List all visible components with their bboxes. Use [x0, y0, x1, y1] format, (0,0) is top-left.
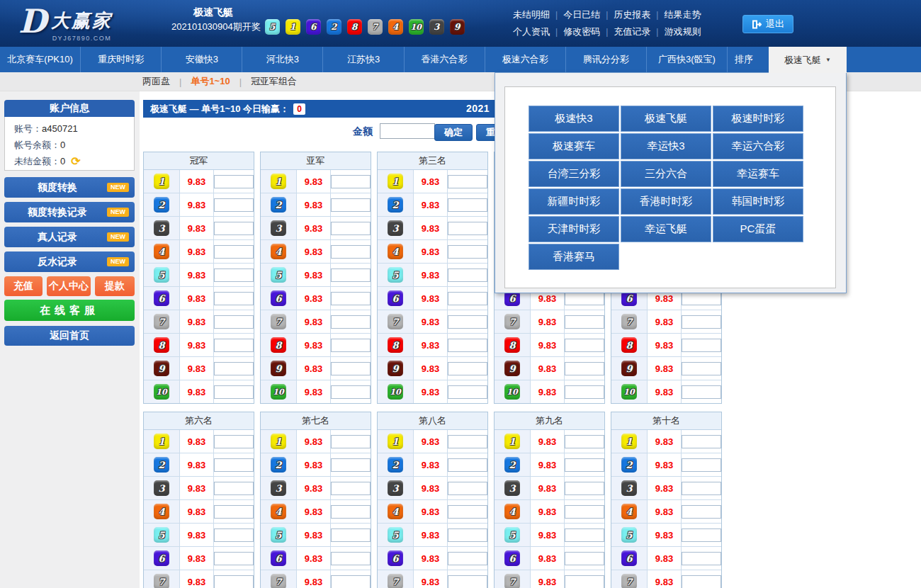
bet-amount-input[interactable] — [448, 339, 487, 352]
top-menu-item[interactable]: 历史报表 — [608, 9, 656, 21]
bet-amount-input[interactable] — [214, 175, 254, 188]
bet-amount-input[interactable] — [448, 222, 487, 235]
bet-amount-input[interactable] — [565, 385, 604, 399]
dropdown-game-button[interactable]: 三分六合 — [621, 161, 711, 187]
subnav-item[interactable]: 两面盘 — [142, 75, 170, 88]
bet-amount-input[interactable] — [331, 362, 371, 375]
bet-amount-input[interactable] — [214, 245, 254, 259]
dropdown-game-button[interactable]: 新疆时时彩 — [529, 188, 619, 215]
dropdown-game-button[interactable]: 极速赛车 — [529, 133, 619, 159]
bet-amount-input[interactable] — [448, 198, 487, 212]
sidebar-action-button[interactable]: 提款 — [95, 276, 135, 296]
bet-amount-input[interactable] — [682, 292, 721, 305]
nav-tab[interactable]: 江苏快3 — [322, 47, 403, 72]
bet-amount-input[interactable] — [682, 339, 721, 352]
dropdown-game-button[interactable]: 天津时时彩 — [529, 216, 619, 242]
sidebar-menu-button[interactable]: 额度转换记录NEW — [4, 202, 135, 222]
logout-button[interactable]: 退出 — [742, 15, 793, 33]
bet-amount-input[interactable] — [331, 222, 371, 235]
bet-amount-input[interactable] — [448, 458, 487, 472]
dropdown-game-button[interactable]: 幸运六合彩 — [713, 133, 803, 159]
nav-tab[interactable]: 重庆时时彩 — [80, 47, 161, 72]
bet-amount-input[interactable] — [448, 315, 487, 329]
bet-amount-input[interactable] — [448, 505, 487, 519]
bet-amount-input[interactable] — [565, 505, 604, 519]
top-menu-item[interactable]: 游戏规则 — [658, 26, 706, 38]
bet-amount-input[interactable] — [214, 482, 254, 495]
bet-amount-input[interactable] — [331, 268, 371, 282]
bet-amount-input[interactable] — [331, 315, 371, 329]
bet-amount-input[interactable] — [565, 292, 604, 305]
bet-amount-input[interactable] — [682, 385, 721, 399]
sidebar-action-button[interactable]: 个人中心 — [47, 276, 91, 296]
bet-amount-input[interactable] — [331, 575, 371, 588]
top-menu-item[interactable]: 个人资讯 — [507, 26, 555, 38]
top-menu-item[interactable]: 未结明细 — [507, 9, 555, 21]
bet-amount-input[interactable] — [448, 268, 487, 282]
dropdown-game-button[interactable]: 幸运快3 — [621, 133, 711, 159]
bet-amount-input[interactable] — [331, 175, 371, 188]
bet-amount-input[interactable] — [331, 385, 371, 399]
bet-amount-input[interactable] — [448, 482, 487, 495]
dropdown-game-button[interactable]: 香港时时彩 — [621, 188, 711, 215]
confirm-button[interactable]: 确定 — [434, 124, 473, 141]
dropdown-game-button[interactable]: 极速飞艇 — [621, 106, 711, 132]
top-menu-item[interactable]: 充值记录 — [608, 26, 656, 38]
nav-tab[interactable]: 北京赛车(PK10) — [0, 47, 80, 72]
amount-input[interactable] — [380, 123, 435, 139]
nav-tab[interactable]: 极速六合彩 — [485, 47, 565, 72]
dropdown-game-button[interactable]: PC蛋蛋 — [713, 216, 803, 242]
bet-amount-input[interactable] — [565, 528, 604, 542]
subnav-item[interactable]: 冠亚军组合 — [251, 75, 297, 88]
bet-amount-input[interactable] — [448, 435, 487, 448]
bet-amount-input[interactable] — [565, 458, 604, 472]
nav-tab-clipped[interactable]: 排序 — [727, 47, 769, 72]
bet-amount-input[interactable] — [682, 552, 721, 565]
subnav-item[interactable]: 单号1~10 — [191, 75, 230, 88]
bet-amount-input[interactable] — [331, 292, 371, 305]
bet-amount-input[interactable] — [565, 315, 604, 329]
bet-amount-input[interactable] — [565, 435, 604, 448]
bet-amount-input[interactable] — [331, 528, 371, 542]
sidebar-menu-button[interactable]: 真人记录NEW — [4, 227, 135, 247]
bet-amount-input[interactable] — [682, 362, 721, 375]
bet-amount-input[interactable] — [331, 482, 371, 495]
bet-amount-input[interactable] — [331, 245, 371, 259]
bet-amount-input[interactable] — [565, 482, 604, 495]
refresh-icon[interactable]: ⟳ — [71, 157, 80, 166]
sidebar-menu-button[interactable]: 反水记录NEW — [4, 251, 135, 272]
nav-tab[interactable]: 广西快3(骰宝) — [646, 47, 727, 72]
dropdown-game-button[interactable]: 幸运赛车 — [713, 161, 803, 187]
nav-tab-active[interactable]: 极速飞艇 ▼ — [769, 47, 847, 73]
bet-amount-input[interactable] — [682, 435, 721, 448]
bet-amount-input[interactable] — [448, 552, 487, 565]
bet-amount-input[interactable] — [214, 268, 254, 282]
bet-amount-input[interactable] — [448, 385, 487, 399]
dropdown-game-button[interactable]: 极速时时彩 — [713, 106, 803, 132]
bet-amount-input[interactable] — [682, 482, 721, 495]
back-home-button[interactable]: 返回首页 — [4, 326, 135, 346]
bet-amount-input[interactable] — [214, 292, 254, 305]
bet-amount-input[interactable] — [448, 528, 487, 542]
top-menu-item[interactable]: 结果走势 — [658, 9, 706, 21]
bet-amount-input[interactable] — [214, 528, 254, 542]
bet-amount-input[interactable] — [331, 552, 371, 565]
bet-amount-input[interactable] — [448, 575, 487, 588]
top-menu-item[interactable]: 今日已结 — [558, 9, 606, 21]
bet-amount-input[interactable] — [214, 222, 254, 235]
bet-amount-input[interactable] — [331, 198, 371, 212]
bet-amount-input[interactable] — [214, 458, 254, 472]
bet-amount-input[interactable] — [214, 315, 254, 329]
dropdown-game-button[interactable]: 香港赛马 — [529, 244, 619, 270]
bet-amount-input[interactable] — [682, 315, 721, 329]
bet-amount-input[interactable] — [214, 505, 254, 519]
dropdown-game-button[interactable]: 台湾三分彩 — [529, 161, 619, 187]
bet-amount-input[interactable] — [565, 552, 604, 565]
dropdown-game-button[interactable]: 韩国时时彩 — [713, 188, 803, 215]
bet-amount-input[interactable] — [214, 385, 254, 399]
sidebar-menu-button[interactable]: 额度转换NEW — [4, 177, 135, 198]
bet-amount-input[interactable] — [331, 458, 371, 472]
bet-amount-input[interactable] — [214, 435, 254, 448]
dropdown-game-button[interactable]: 极速快3 — [529, 106, 619, 132]
nav-tab[interactable]: 河北快3 — [242, 47, 322, 72]
